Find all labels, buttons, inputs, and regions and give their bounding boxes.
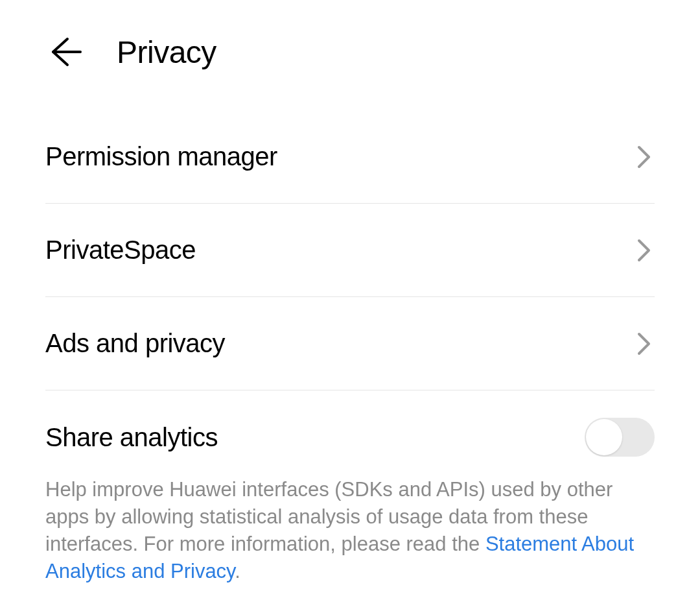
setting-permission-manager[interactable]: Permission manager xyxy=(45,110,655,204)
setting-private-space[interactable]: PrivateSpace xyxy=(45,204,655,297)
setting-ads-privacy[interactable]: Ads and privacy xyxy=(45,297,655,390)
chevron-right-icon xyxy=(634,333,655,354)
back-icon[interactable] xyxy=(45,32,84,71)
setting-label: PrivateSpace xyxy=(45,235,196,265)
setting-label: Share analytics xyxy=(45,423,218,452)
header: Privacy xyxy=(0,0,700,110)
chevron-right-icon xyxy=(634,240,655,261)
setting-label: Permission manager xyxy=(45,142,277,171)
help-text: Help improve Huawei interfaces (SDKs and… xyxy=(0,476,700,584)
page-title: Privacy xyxy=(117,34,216,70)
help-text-suffix: . xyxy=(235,560,240,582)
settings-list: Permission manager PrivateSpace Ads and … xyxy=(0,110,700,476)
setting-label: Ads and privacy xyxy=(45,329,225,358)
share-analytics-toggle[interactable] xyxy=(585,418,655,457)
chevron-right-icon xyxy=(634,147,655,167)
setting-share-analytics: Share analytics xyxy=(45,390,655,476)
toggle-knob xyxy=(586,419,622,455)
